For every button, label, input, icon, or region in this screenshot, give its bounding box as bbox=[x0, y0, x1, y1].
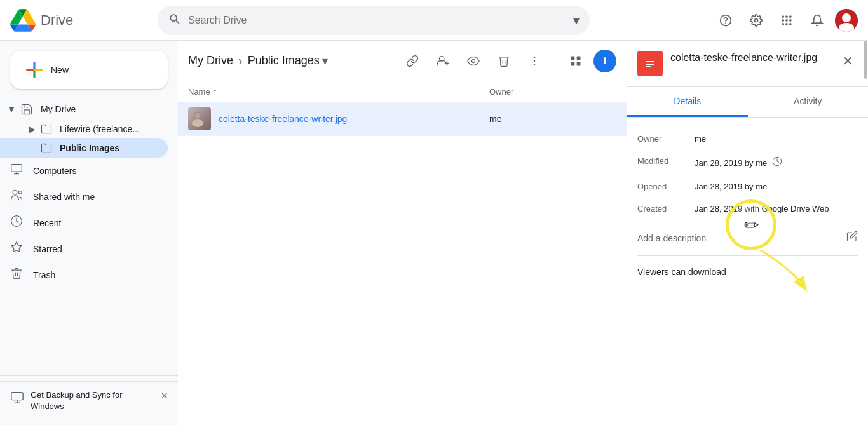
modified-history-icon[interactable] bbox=[772, 156, 782, 169]
lifewire-folder-icon bbox=[41, 123, 52, 135]
logo-area: Drive bbox=[10, 8, 150, 33]
viewers-label: Viewers can download bbox=[637, 267, 726, 277]
preview-button[interactable] bbox=[461, 48, 486, 74]
column-name-header[interactable]: Name ↑ bbox=[188, 86, 489, 97]
column-owner-header: Owner bbox=[489, 87, 616, 97]
file-thumbnail bbox=[188, 107, 211, 130]
delete-button[interactable] bbox=[491, 48, 517, 74]
svg-point-36 bbox=[534, 56, 536, 58]
new-button[interactable]: New bbox=[10, 51, 168, 89]
scrollbar-thumb bbox=[864, 41, 867, 79]
detail-row-owner: Owner me bbox=[637, 128, 858, 150]
apps-button[interactable] bbox=[774, 8, 799, 33]
svg-rect-5 bbox=[789, 15, 791, 17]
more-button[interactable] bbox=[522, 48, 547, 74]
search-dropdown-icon[interactable]: ▾ bbox=[573, 13, 580, 28]
created-value: Jan 28, 2019 with Google Drive Web bbox=[695, 204, 858, 213]
detail-row-opened: Opened Jan 28, 2019 by me bbox=[637, 175, 858, 198]
backup-sync-text: Get Backup and Sync for Windows bbox=[31, 389, 154, 412]
add-person-button[interactable] bbox=[430, 48, 456, 74]
breadcrumb-parent[interactable]: My Drive bbox=[188, 54, 233, 67]
svg-rect-11 bbox=[789, 23, 791, 25]
breadcrumb-dropdown-icon[interactable]: ▾ bbox=[322, 54, 328, 68]
file-list-area: Name ↑ Owner coletta-teske- bbox=[178, 81, 627, 425]
modified-value-text: Jan 28, 2019 by me bbox=[695, 158, 767, 168]
svg-rect-39 bbox=[571, 56, 575, 60]
modified-value: Jan 28, 2019 by me bbox=[695, 156, 858, 169]
owner-label: Owner bbox=[637, 134, 695, 144]
owner-value: me bbox=[695, 134, 858, 144]
new-plus-icon bbox=[25, 61, 43, 79]
created-value-text: Jan 28, 2019 with Google Drive Web bbox=[695, 204, 829, 213]
right-panel: coletta-teske-freelance-writer.jpg ✕ Det… bbox=[627, 41, 868, 425]
add-description[interactable]: Add a description bbox=[637, 220, 858, 255]
recent-label: Recent bbox=[33, 218, 61, 228]
svg-point-38 bbox=[534, 64, 536, 65]
detail-row-modified: Modified Jan 28, 2019 by me bbox=[637, 150, 858, 175]
sidebar-item-trash[interactable]: Trash bbox=[0, 262, 168, 288]
name-column-label: Name bbox=[188, 87, 210, 97]
file-row[interactable]: coletta-teske-freelance-writer.jpg me bbox=[178, 102, 627, 136]
panel-header: coletta-teske-freelance-writer.jpg ✕ bbox=[627, 41, 868, 87]
main-layout: New ▼ My Drive ▶ Lifewire (freelance... … bbox=[0, 41, 868, 425]
grid-view-button[interactable] bbox=[563, 48, 588, 74]
public-images-label: Public Images bbox=[60, 143, 119, 153]
trash-label: Trash bbox=[33, 270, 55, 280]
svg-point-43 bbox=[194, 112, 201, 119]
svg-rect-22 bbox=[11, 165, 22, 172]
shared-label: Shared with me bbox=[33, 192, 95, 202]
panel-scrollbar[interactable] bbox=[863, 41, 868, 425]
my-drive-label: My Drive bbox=[41, 104, 76, 114]
opened-value-text: Jan 28, 2019 by me bbox=[695, 182, 767, 191]
tab-activity[interactable]: Activity bbox=[748, 87, 869, 117]
breadcrumb-actions: i bbox=[400, 48, 616, 74]
trash-icon bbox=[10, 267, 23, 283]
lifewire-expand-icon: ▶ bbox=[25, 124, 38, 134]
search-icon bbox=[168, 12, 180, 28]
svg-rect-6 bbox=[782, 19, 784, 21]
search-input[interactable] bbox=[188, 15, 566, 26]
opened-label: Opened bbox=[637, 182, 695, 191]
svg-point-35 bbox=[472, 59, 475, 62]
thumbnail-image bbox=[188, 107, 211, 130]
settings-button[interactable] bbox=[743, 8, 769, 33]
starred-icon bbox=[10, 241, 23, 257]
header: Drive ▾ bbox=[0, 0, 868, 41]
notifications-button[interactable] bbox=[804, 8, 830, 33]
svg-point-37 bbox=[534, 60, 536, 62]
edit-description-icon[interactable] bbox=[846, 231, 858, 245]
tab-details[interactable]: Details bbox=[627, 87, 748, 117]
sidebar-item-lifewire[interactable]: ▶ Lifewire (freelance... bbox=[0, 119, 178, 138]
svg-point-25 bbox=[13, 191, 17, 195]
svg-rect-48 bbox=[646, 66, 651, 67]
panel-file-icon bbox=[637, 51, 663, 76]
info-button[interactable]: i bbox=[593, 50, 616, 72]
breadcrumb-separator: › bbox=[238, 53, 243, 68]
sidebar-item-starred[interactable]: Starred bbox=[0, 236, 168, 262]
sidebar-item-recent[interactable]: Recent bbox=[0, 210, 168, 236]
svg-rect-41 bbox=[571, 62, 575, 65]
user-avatar[interactable] bbox=[835, 9, 858, 32]
sidebar-bottom: Get Backup and Sync for Windows × bbox=[0, 381, 178, 420]
sidebar-bottom-close[interactable]: × bbox=[161, 389, 168, 403]
breadcrumb-current-label: Public Images bbox=[248, 54, 320, 67]
svg-rect-4 bbox=[785, 15, 787, 17]
breadcrumb-bar: My Drive › Public Images ▾ bbox=[178, 41, 627, 81]
link-button[interactable] bbox=[400, 48, 425, 74]
svg-rect-3 bbox=[782, 15, 784, 17]
svg-point-13 bbox=[842, 13, 851, 22]
sidebar-item-shared-with-me[interactable]: Shared with me bbox=[0, 184, 168, 210]
panel-title: coletta-teske-freelance-writer.jpg bbox=[670, 51, 830, 65]
file-name: coletta-teske-freelance-writer.jpg bbox=[219, 114, 489, 124]
content-area: My Drive › Public Images ▾ bbox=[178, 41, 627, 425]
shared-icon bbox=[10, 189, 23, 205]
sidebar: New ▼ My Drive ▶ Lifewire (freelance... … bbox=[0, 41, 178, 425]
expand-icon: ▼ bbox=[5, 104, 18, 114]
sidebar-item-my-drive[interactable]: ▼ My Drive bbox=[0, 99, 178, 119]
panel-close-button[interactable]: ✕ bbox=[837, 51, 858, 71]
search-bar[interactable]: ▾ bbox=[158, 6, 590, 35]
sidebar-item-public-images[interactable]: Public Images bbox=[0, 138, 168, 158]
sidebar-item-computers[interactable]: Computers bbox=[0, 158, 168, 184]
help-button[interactable] bbox=[713, 8, 738, 33]
computers-label: Computers bbox=[33, 166, 76, 176]
